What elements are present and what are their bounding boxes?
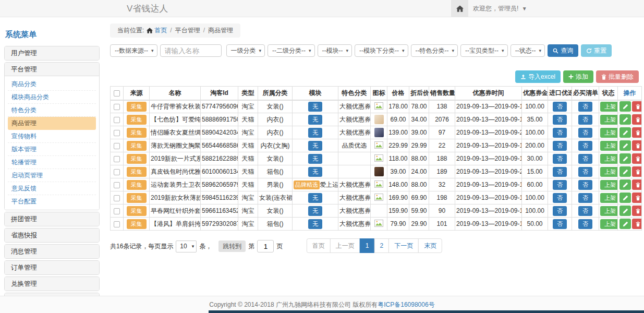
import-select-toggle[interactable]: 否	[553, 115, 567, 125]
home-button[interactable]	[451, 0, 468, 17]
delete-button[interactable]	[632, 166, 642, 177]
import-select-toggle[interactable]: 否	[553, 206, 567, 216]
must-buy-toggle[interactable]: 否	[578, 193, 592, 203]
module-badge[interactable]: 无	[308, 219, 322, 229]
pager-item[interactable]: 末页	[418, 238, 442, 253]
icp-link[interactable]: 粤ICP备16098006号	[378, 301, 434, 308]
pager-item[interactable]: 2	[374, 238, 390, 253]
batch-delete-button[interactable]: 批量删除	[596, 70, 639, 83]
sidebar-item[interactable]: 商品管理	[8, 117, 96, 130]
import-excel-button[interactable]: 导入excel	[515, 70, 561, 83]
name-search-input[interactable]	[160, 44, 222, 57]
edit-button[interactable]	[619, 153, 631, 164]
sidebar-item[interactable]: 版本管理	[8, 143, 96, 156]
import-select-toggle[interactable]: 否	[553, 219, 567, 229]
delete-button[interactable]	[632, 219, 642, 229]
search-button[interactable]: 查询	[548, 44, 578, 57]
must-buy-toggle[interactable]: 否	[578, 219, 592, 229]
delete-button[interactable]	[632, 114, 642, 125]
filter-select[interactable]: --宝贝类型--▾	[460, 44, 508, 57]
status-badge[interactable]: 上架	[600, 128, 618, 138]
filter-select[interactable]: --特色分类--▾	[411, 44, 458, 57]
must-buy-toggle[interactable]: 否	[578, 180, 592, 190]
sidebar-group[interactable]: 消息管理	[5, 245, 99, 258]
sidebar-group[interactable]: 省惠快报	[5, 228, 99, 242]
select-all-checkbox[interactable]	[114, 90, 120, 97]
import-select-toggle[interactable]: 否	[553, 167, 567, 177]
jump-button[interactable]: 跳转到	[218, 240, 246, 252]
edit-button[interactable]	[619, 166, 631, 177]
breadcrumb-home-link[interactable]: 首页	[154, 27, 167, 34]
status-badge[interactable]: 上架	[600, 115, 618, 125]
delete-button[interactable]	[632, 140, 642, 151]
delete-button[interactable]	[632, 101, 642, 112]
status-badge[interactable]: 上架	[600, 154, 618, 164]
module-badge[interactable]: 无	[308, 115, 322, 125]
edit-button[interactable]	[619, 101, 631, 112]
row-checkbox[interactable]	[114, 104, 120, 110]
edit-button[interactable]	[619, 192, 631, 203]
must-buy-toggle[interactable]: 否	[578, 154, 592, 164]
edit-button[interactable]	[619, 179, 631, 190]
delete-button[interactable]	[632, 192, 642, 203]
import-select-toggle[interactable]: 否	[553, 141, 567, 151]
edit-button[interactable]	[619, 219, 631, 229]
import-select-toggle[interactable]: 否	[553, 154, 567, 164]
filter-select[interactable]: --二级分类--▾	[268, 44, 315, 57]
sidebar-item[interactable]: 宣传物料	[8, 130, 96, 143]
sidebar-item[interactable]: 启动页管理	[8, 169, 96, 182]
sidebar-item[interactable]: 商品分类	[8, 78, 96, 91]
sidebar-item[interactable]: 模块商品分类	[8, 91, 96, 104]
must-buy-toggle[interactable]: 否	[578, 128, 592, 138]
sidebar-item[interactable]: 轮播管理	[8, 156, 96, 169]
row-checkbox[interactable]	[114, 169, 120, 175]
pager-item[interactable]: 首页	[307, 238, 331, 253]
row-checkbox[interactable]	[114, 130, 120, 136]
row-checkbox[interactable]	[114, 156, 120, 162]
sidebar-group[interactable]: 订单管理	[5, 261, 99, 274]
per-page-select[interactable]: 10▾	[176, 240, 197, 252]
must-buy-toggle[interactable]: 否	[578, 167, 592, 177]
import-select-toggle[interactable]: 否	[553, 128, 567, 138]
filter-select[interactable]: 一级分类▾	[226, 44, 265, 57]
edit-button[interactable]	[619, 114, 631, 125]
status-badge[interactable]: 上架	[600, 102, 618, 112]
sidebar-group[interactable]: 用户管理	[5, 46, 99, 60]
import-select-toggle[interactable]: 否	[553, 193, 567, 203]
reset-button[interactable]: 重置	[581, 44, 612, 57]
module-badge[interactable]: 无	[308, 193, 322, 203]
delete-button[interactable]	[632, 179, 642, 190]
import-select-toggle[interactable]: 否	[553, 180, 567, 190]
page-number-input[interactable]	[257, 240, 274, 252]
must-buy-toggle[interactable]: 否	[578, 102, 592, 112]
row-checkbox[interactable]	[114, 182, 120, 188]
sidebar-item[interactable]: 特色分类	[8, 104, 96, 117]
module-badge[interactable]: 品牌精选	[294, 180, 320, 189]
delete-button[interactable]	[632, 153, 642, 164]
filter-select[interactable]: --模块下分类--▾	[355, 44, 408, 57]
sidebar-group[interactable]: 兑换管理	[5, 277, 99, 291]
add-button[interactable]: 添加	[563, 70, 593, 83]
row-checkbox[interactable]	[114, 117, 120, 123]
must-buy-toggle[interactable]: 否	[578, 115, 592, 125]
row-checkbox[interactable]	[114, 195, 120, 201]
module-badge[interactable]: 无	[308, 102, 322, 112]
module-badge[interactable]: 无	[308, 154, 322, 164]
module-badge[interactable]: 无	[308, 141, 322, 151]
delete-button[interactable]	[632, 206, 642, 216]
filter-select[interactable]: --状态--▾	[511, 44, 545, 57]
sidebar-item[interactable]: 意见反馈	[8, 182, 96, 195]
edit-button[interactable]	[619, 140, 631, 151]
breadcrumb-item[interactable]: 平台管理	[175, 27, 200, 34]
sidebar-group[interactable]: 拼团管理	[5, 212, 99, 226]
pager-item[interactable]: 1	[360, 238, 375, 253]
status-badge[interactable]: 上架	[600, 193, 618, 203]
filter-select[interactable]: --模块--▾	[318, 44, 353, 57]
must-buy-toggle[interactable]: 否	[578, 141, 592, 151]
status-badge[interactable]: 上架	[600, 167, 618, 177]
module-badge[interactable]: 无	[308, 206, 322, 216]
delete-button[interactable]	[632, 127, 642, 138]
sidebar-group[interactable]: 平台管理	[5, 63, 99, 76]
edit-button[interactable]	[619, 127, 631, 138]
user-menu[interactable]: 欢迎您，管理员! ▼	[473, 0, 527, 17]
